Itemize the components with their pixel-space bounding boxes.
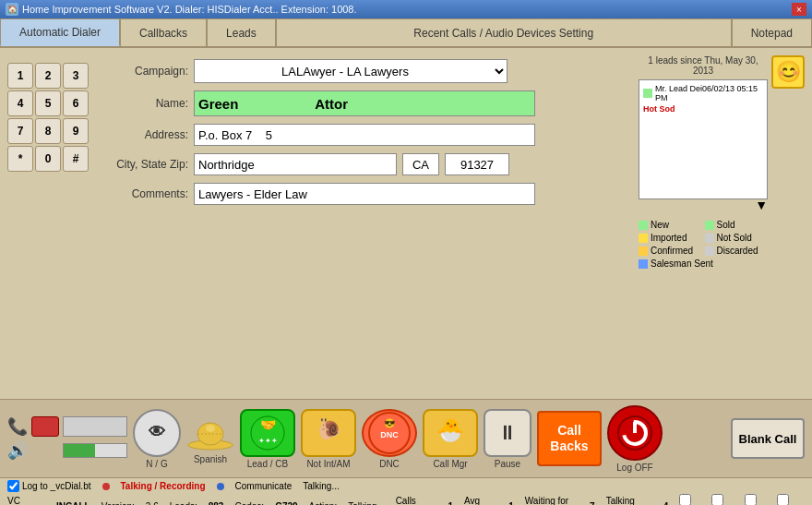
- svg-point-10: [206, 425, 215, 432]
- pause-icon[interactable]: ⏸: [484, 409, 531, 457]
- phone-row-top: 📞: [7, 416, 127, 437]
- numpad-1[interactable]: 1: [7, 63, 33, 89]
- zip-input[interactable]: [445, 153, 509, 175]
- numpad-0[interactable]: 0: [35, 146, 61, 172]
- dnc-button[interactable]: 😎 DNC DNC: [362, 409, 417, 469]
- callbacks-btn-label: CallBacks: [550, 423, 588, 454]
- not-intam-label: Not Int/AM: [306, 459, 350, 469]
- ng-btn-circle[interactable]: 👁: [133, 409, 181, 457]
- state-input[interactable]: [402, 153, 439, 175]
- close-button[interactable]: ×: [792, 3, 806, 16]
- numpad-4[interactable]: 4: [7, 90, 33, 116]
- svg-rect-1: [639, 221, 648, 230]
- aec-checkbox[interactable]: [679, 494, 691, 505]
- city-row: City, State Zip:: [96, 153, 631, 175]
- numpad-2[interactable]: 2: [35, 63, 61, 89]
- pause-button[interactable]: ⏸ Pause: [484, 409, 531, 469]
- call-mgr-icon[interactable]: 🐣: [423, 409, 478, 457]
- numpad: 1 2 3 4 5 6 7 8 9 * 0 #: [7, 63, 89, 172]
- codec-value: G729: [275, 501, 297, 506]
- not-intam-button[interactable]: 🐌 Not Int/AM: [301, 409, 356, 469]
- numpad-7[interactable]: 7: [7, 118, 33, 144]
- tab-notepad[interactable]: Notepad: [732, 18, 812, 46]
- volume-slider[interactable]: [63, 443, 127, 458]
- logoff-label: Log OFF: [616, 463, 652, 473]
- blank-call-label: Blank Call: [739, 432, 797, 446]
- avg-wait-label: Avg Wait:: [464, 496, 497, 505]
- blank-call-button[interactable]: Blank Call: [731, 418, 805, 459]
- name-row: Name:: [96, 90, 631, 116]
- lead-cb-button[interactable]: 🤝 ✦✦✦ Lead / CB: [240, 409, 295, 469]
- logoff-button[interactable]: Log OFF: [607, 405, 663, 473]
- avg-wait-value: 1: [508, 501, 514, 506]
- not-intam-icon[interactable]: 🐌: [301, 409, 356, 457]
- status-row-2: VC Status: INCALL Version: 2.6 Leads: 88…: [7, 494, 805, 505]
- agc-checkbox[interactable]: [745, 494, 757, 505]
- action-value: Talking...: [348, 501, 384, 506]
- log-checkbox[interactable]: [7, 480, 19, 492]
- ng-button[interactable]: 👁 N / G: [133, 409, 181, 469]
- leads-label: Leads:: [170, 501, 197, 506]
- phone-controls: 📞 🔊: [7, 416, 127, 461]
- numpad-6[interactable]: 6: [63, 90, 89, 116]
- tab-leads[interactable]: Leads: [207, 18, 276, 46]
- svg-rect-6: [705, 246, 714, 256]
- comments-label: Comments:: [96, 187, 188, 200]
- numpad-9[interactable]: 9: [63, 118, 89, 144]
- svg-rect-4: [705, 234, 714, 243]
- version-label: Version:: [102, 501, 135, 506]
- callbacks-big-button[interactable]: CallBacks: [537, 411, 602, 466]
- svg-rect-7: [639, 259, 648, 269]
- talking-time-value: 4: [663, 501, 669, 506]
- spacer: [31, 440, 59, 461]
- legend-sold: Sold: [705, 220, 769, 230]
- talking-text: Talking...: [303, 481, 339, 491]
- cng-checkbox[interactable]: [711, 494, 723, 505]
- communicate-dot: [217, 483, 224, 490]
- lead-cb-icon[interactable]: 🤝 ✦✦✦: [240, 409, 295, 457]
- legend-new: New: [639, 220, 702, 230]
- city-input[interactable]: [194, 153, 397, 175]
- comments-row: Comments:: [96, 183, 631, 205]
- codec-label: Codec:: [234, 501, 264, 506]
- tab-callbacks[interactable]: Callbacks: [120, 18, 207, 46]
- numpad-star[interactable]: *: [7, 146, 33, 172]
- numpad-3[interactable]: 3: [63, 63, 89, 89]
- spanish-button[interactable]: Spanish: [186, 414, 234, 464]
- numpad-8[interactable]: 8: [35, 118, 61, 144]
- dnc-icon[interactable]: 😎 DNC: [362, 409, 417, 457]
- name-input[interactable]: [194, 90, 535, 116]
- speaker-icon: 🔊: [7, 440, 28, 461]
- tab-automatic-dialer[interactable]: Automatic Dialer: [0, 18, 120, 46]
- svg-text:DNC: DNC: [380, 430, 399, 439]
- dnc-label: DNC: [379, 459, 400, 469]
- leads-info-title: 1 leads since Thu, May 30, 2013: [639, 55, 768, 76]
- callbacks-btn-box[interactable]: CallBacks: [537, 411, 602, 466]
- title-bar: 🏠 Home Improvement Software V2. Dialer: …: [0, 0, 812, 18]
- comments-input[interactable]: [194, 183, 535, 205]
- legend-not-sold: Not Sold: [705, 233, 769, 243]
- call-mgr-label: Call Mgr: [433, 459, 467, 469]
- campaign-label: Campaign:: [96, 65, 188, 78]
- phone-input-display: [63, 416, 127, 437]
- red-phone-btn[interactable]: [31, 416, 59, 437]
- numpad-hash[interactable]: #: [63, 146, 89, 172]
- address-input[interactable]: [194, 124, 535, 146]
- pause-label: Pause: [495, 459, 520, 469]
- talking-time-label: Talking Time:: [606, 496, 652, 505]
- leads-panel: 1 leads since Thu, May 30, 2013 Mr. Lead…: [639, 55, 805, 391]
- communicate-text: Communicate: [235, 481, 293, 491]
- call-mgr-button[interactable]: 🐣 Call Mgr: [423, 409, 478, 469]
- vad-checkbox[interactable]: [777, 494, 789, 505]
- numpad-5[interactable]: 5: [35, 90, 61, 116]
- phone-row-bottom: 🔊: [7, 440, 127, 461]
- tabs-bar: Automatic Dialer Callbacks Leads Recent …: [0, 18, 812, 48]
- log-checkbox-label[interactable]: Log to _vcDial.bt: [7, 480, 91, 492]
- campaign-select[interactable]: LALAwyer - LA Lawyers: [194, 59, 508, 83]
- logoff-icon[interactable]: [607, 405, 663, 461]
- waiting-label: Waiting for call:: [525, 496, 579, 505]
- tab-recent-calls[interactable]: Recent Calls / Audio Devices Setting: [276, 18, 732, 46]
- scroll-down-icon[interactable]: ▼: [639, 198, 768, 212]
- leads-value: 883: [209, 501, 224, 506]
- svg-rect-2: [705, 221, 714, 230]
